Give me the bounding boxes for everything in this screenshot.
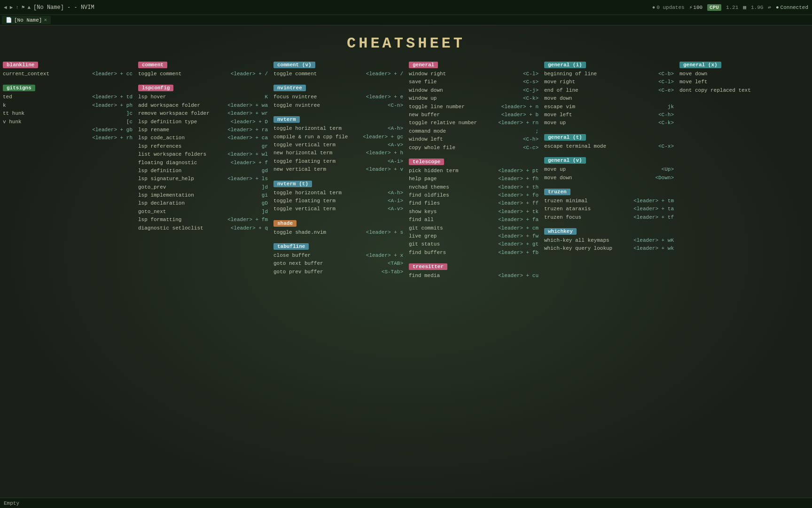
keybind-row: truzen focus<leader> + tf [544,214,674,222]
keybind-key: <leader> + ph [92,102,133,109]
keybind-key: <A-h> [388,190,403,197]
keybind-row: close buffer<leader> + x [273,252,403,260]
forward-icon[interactable]: ▶ [10,4,13,10]
keybind-action: add workspace folder [138,102,224,109]
keybind-key: <TAB> [388,260,403,267]
circle-icon: ● [652,5,656,10]
keybind-key: <leader> + fh [498,175,539,183]
column-5: general (x)move downmove leftdont copy r… [677,62,812,287]
keybind-action: beginning of line [544,71,655,78]
keybind-key: gr [262,143,268,150]
keybind-key: <leader> + n [501,103,539,111]
keybind-key: <A-v> [388,142,403,149]
keybind-row: move up<C-k> [544,119,674,127]
keybind-row: pick hidden term<leader> + pt [409,167,539,175]
keybind-key: <leader> + fw [498,233,539,240]
tag-label: blankline [3,62,38,68]
keybind-key: <C-e> [658,87,674,94]
keybind-row: toggle floating term<A-i> [273,197,403,205]
keybind-row: toggle comment<leader> + / [273,70,403,78]
back-icon[interactable]: ◀ [4,4,7,10]
tag-label: comment (v) [273,62,315,68]
keybind-key: [c [126,119,133,126]
keybind-key: <leader> + fo [498,192,539,199]
keybind-row: toggle horizontal term<A-h> [273,125,403,133]
section-tag: nvterm [273,116,403,125]
keybind-row: lsp signature_help<leader> + ls [138,175,268,183]
keybind-key: <leader> + x [366,252,403,259]
keybind-row: lsp implementationgi [138,191,268,199]
keybind-key: <leader> + fb [498,249,539,256]
keybind-action: tt hunk [3,110,123,117]
keybind-row: tt hunk]c [3,110,133,118]
connected-status: ● Connected [776,5,808,10]
keybind-key: <C-b> [658,71,674,78]
keybind-action: move up [544,166,658,173]
keybind-row: escape terminal mode<C-x> [544,143,674,151]
keybind-action: dont copy replaced text [679,87,805,94]
keybind-row: k<leader> + ph [3,102,133,110]
keybind-key: <leader> + th [498,184,539,191]
keybind-action: ted [3,94,88,101]
keybind-key: <leader> + rh [92,135,133,142]
keybind-action: move right [544,79,655,86]
section-2-2: nvtermtoggle horizontal term<A-h>compile… [273,116,403,174]
keybind-key: jk [668,103,674,111]
column-2: comment (v)toggle comment<leader> + /nvi… [271,62,406,287]
keybind-row: move down<Down> [544,174,674,182]
tag-label: nvterm [273,116,300,123]
section-4-3: truzentruzen minimal<leader> + tmtruzen … [544,189,674,222]
keybind-action: nvchad themes [409,184,494,191]
keybind-key: <leader> + ls [227,175,268,183]
keybind-row: move down [679,70,809,78]
keybind-row: which-key query lookup<leader> + wk [544,245,674,253]
keybind-action: find files [409,200,494,207]
keybind-key: <leader> + wk [633,245,674,252]
section-3-2: treesitterfind media<leader> + cu [409,263,539,280]
keybind-row: toggle relative number<leader> + rn [409,119,539,127]
keybind-row: lsp referencesgr [138,143,268,151]
keybind-row: command mode; [409,127,539,135]
keybind-key: <A-h> [388,125,403,132]
section-0-1: gitsignsted<leader> + tdk<leader> + phtt… [3,85,133,142]
keybind-key: <leader> + rn [498,119,539,127]
keybind-action: move down [544,95,670,102]
section-2-0: comment (v)toggle comment<leader> + / [273,62,403,78]
keybind-row: lsp rename<leader> + ra [138,126,268,134]
keybind-row: find files<leader> + ff [409,199,539,207]
section-1-0: commenttoggle comment<leader> + / [138,62,268,78]
keybind-action: goto_next [138,208,258,215]
keybind-row: remove workspace folder<leader> + wr [138,110,268,118]
columns-wrapper: blanklinecurrent_context<leader> + ccgit… [0,62,812,287]
section-tag: truzen [544,189,674,197]
keybind-row: goto next buffer<TAB> [273,260,403,268]
keybind-row: <leader> + rh [3,134,133,142]
active-tab[interactable]: 📄 [No Name] × [2,16,51,24]
keybind-action: which-key query lookup [544,245,630,252]
keybind-key: <leader> + wr [227,110,268,117]
keybind-key: <leader> + q [231,225,268,232]
keybind-row: help page<leader> + fh [409,175,539,183]
keybind-key: <leader> + ca [227,135,268,142]
keybind-row: nvchad themes<leader> + th [409,183,539,191]
keybind-row: new buffer<leader> + b [409,111,539,119]
keybind-key: <A-i> [388,198,403,205]
up-icon[interactable]: ↑ [16,5,19,10]
keybind-action: command mode [409,128,531,135]
keybind-action: show keys [409,208,494,215]
keybind-row: compile & run a cpp file<leader> + gc [273,133,403,141]
keybind-action: find buffers [409,249,494,256]
keybind-action: toggle horizontal term [273,125,384,132]
keybind-action: window left [409,136,519,143]
cheatsheet-title: CHEATSHEET [0,35,812,52]
keybind-row: toggle vertical term<A-v> [273,205,403,213]
section-3-0: generalwindow right<C-l>save file<C-s>wi… [409,62,539,152]
keybind-action: lsp signature_help [138,175,224,183]
keybind-action: truzen focus [544,214,630,221]
keybind-action: toggle vertical term [273,142,384,149]
tab-close-button[interactable]: × [44,17,47,23]
keybind-key: <leader> + wl [227,151,268,158]
statusbar: Empty [0,498,812,508]
keybind-key: <leader> + e [366,94,403,101]
tag-label: comment [138,62,167,68]
